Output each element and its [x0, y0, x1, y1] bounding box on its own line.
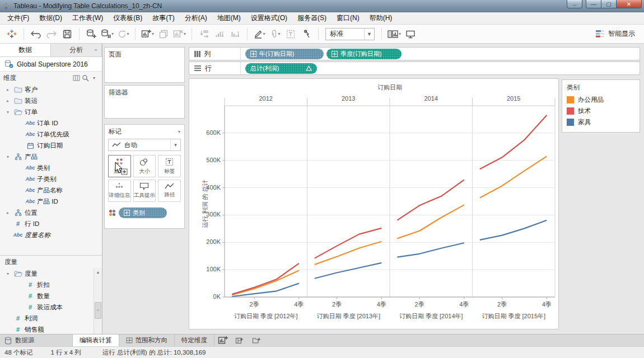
- filters-card[interactable]: 筛选器: [104, 85, 185, 119]
- new-worksheet-button[interactable]: ▾: [140, 27, 155, 41]
- sort-ascending-button[interactable]: [212, 27, 227, 41]
- measure-5[interactable]: # 销售额: [0, 324, 102, 334]
- measure-3[interactable]: # 装运成本: [0, 302, 102, 313]
- pages-card[interactable]: 页面: [104, 47, 185, 83]
- add-datasource-button[interactable]: [84, 27, 99, 41]
- tab-data[interactable]: 数据: [0, 44, 51, 56]
- dimension-8[interactable]: Abc 子类别: [0, 173, 102, 185]
- sheet-tab-1[interactable]: 范围和方向: [119, 335, 175, 346]
- menu-item-9[interactable]: 服务器(S): [292, 12, 332, 25]
- marks-button-path[interactable]: 路径: [158, 180, 181, 202]
- search-icon[interactable]: [81, 74, 90, 82]
- close-button[interactable]: ✕: [617, 0, 642, 8]
- dimension-0[interactable]: ▸ 客户: [0, 84, 102, 95]
- dimension-12[interactable]: # 行 ID: [0, 218, 102, 229]
- show-me-button[interactable]: 智能显示: [591, 27, 640, 40]
- measure-1[interactable]: # 折扣: [0, 279, 102, 290]
- measures-scrollbar[interactable]: ▲ ≡ ▼: [94, 268, 102, 334]
- compat-button[interactable]: ↔: [567, 0, 582, 8]
- marks-button-detail[interactable]: 详细信息: [108, 180, 131, 202]
- new-dashboard-button[interactable]: [231, 335, 248, 346]
- view-as-grid-icon[interactable]: [72, 74, 81, 82]
- series-家具-pane-3[interactable]: [480, 220, 547, 240]
- undo-button[interactable]: [29, 27, 43, 41]
- menu-item-5[interactable]: 故事(T): [147, 12, 179, 25]
- menu-item-6[interactable]: 分析(A): [180, 12, 212, 25]
- chevron-down-icon[interactable]: ▾: [184, 31, 186, 36]
- menu-item-1[interactable]: 文件(F): [2, 12, 34, 25]
- presentation-mode-button[interactable]: [403, 27, 418, 41]
- series-技术-pane-0[interactable]: [232, 263, 299, 294]
- expand-arrow-icon[interactable]: ▸: [4, 87, 11, 92]
- expand-arrow-icon[interactable]: ▸: [4, 210, 11, 215]
- chevron-down-icon[interactable]: ▾: [278, 31, 281, 36]
- group-members-button[interactable]: ▾: [268, 27, 282, 41]
- series-家具-pane-2[interactable]: [397, 243, 464, 257]
- dimension-6[interactable]: ▾ 产品: [0, 151, 102, 162]
- text-label-button[interactable]: [283, 27, 298, 41]
- series-办公用品-pane-3[interactable]: [480, 156, 547, 197]
- chevron-down-icon[interactable]: ▾: [263, 31, 265, 36]
- clear-sheet-button[interactable]: ▾: [172, 27, 187, 41]
- menu-item-4[interactable]: 仪表板(B): [108, 12, 147, 25]
- sort-descending-button[interactable]: [228, 27, 242, 41]
- pause-updates-button[interactable]: ▾: [100, 27, 115, 41]
- chevron-down-icon[interactable]: ▾: [111, 31, 114, 36]
- pill-季度(订购日期)[interactable]: 季度(订购日期): [326, 49, 402, 59]
- series-办公用品-pane-2[interactable]: [397, 205, 464, 238]
- pill-总计(利润)[interactable]: 总计(利润): [245, 63, 317, 74]
- maximize-button[interactable]: ▢: [601, 0, 617, 8]
- dimension-9[interactable]: Abc 产品名称: [0, 185, 102, 196]
- save-button[interactable]: [60, 27, 74, 41]
- expand-arrow-icon[interactable]: ▾: [4, 154, 11, 159]
- pill-年(订购日期)[interactable]: 年(订购日期): [245, 49, 324, 59]
- menu-item-11[interactable]: 帮助(H): [365, 12, 398, 25]
- menu-item-10[interactable]: 窗口(N): [332, 12, 365, 25]
- dimension-13[interactable]: Abc 度量名称: [0, 229, 102, 241]
- color-pill-category[interactable]: 类别: [119, 208, 167, 218]
- menu-item-8[interactable]: 设置格式(O): [246, 12, 292, 25]
- series-技术-pane-1[interactable]: [315, 228, 382, 258]
- dimension-2[interactable]: ▾ 订单: [0, 106, 102, 117]
- dimension-1[interactable]: ▸ 装运: [0, 95, 102, 106]
- dimension-11[interactable]: ▸ 位置: [0, 207, 102, 218]
- tableau-logo-button[interactable]: [4, 27, 19, 41]
- datasource-connection[interactable]: Global Superstore 2016: [0, 57, 102, 72]
- new-worksheet-button[interactable]: [214, 335, 231, 346]
- chevron-down-icon[interactable]: ▾: [152, 31, 154, 36]
- swap-axes-button[interactable]: [197, 27, 211, 41]
- measure-2[interactable]: # 数量: [0, 290, 102, 302]
- dimension-5[interactable]: 订购日期: [0, 140, 102, 151]
- expand-arrow-icon[interactable]: ▸: [4, 98, 11, 103]
- menu-item-7[interactable]: 地图(M): [212, 12, 246, 25]
- fit-selector[interactable]: 标准 ▼: [325, 28, 375, 40]
- rows-shelf[interactable]: 行 总计(利润): [189, 62, 640, 75]
- dimension-7[interactable]: Abc 类别: [0, 162, 102, 173]
- scroll-up-icon[interactable]: ▲: [94, 268, 102, 276]
- legend-item-2[interactable]: 家具: [562, 116, 640, 128]
- chevron-down-icon[interactable]: ▾: [90, 74, 99, 82]
- sheet-tab-2[interactable]: 特定维度: [175, 335, 214, 346]
- measure-4[interactable]: # 利润: [0, 313, 102, 324]
- marks-button-size[interactable]: 大小: [133, 155, 156, 177]
- fix-axes-button[interactable]: [299, 27, 314, 41]
- new-story-button[interactable]: [248, 335, 265, 346]
- menu-item-2[interactable]: 数据(D): [34, 12, 67, 25]
- mark-type-select[interactable]: 自动 ▾: [108, 139, 181, 151]
- show-cards-button[interactable]: ▾: [386, 27, 402, 41]
- marks-button-color[interactable]: 颜色: [108, 155, 131, 177]
- minimize-button[interactable]: —: [586, 0, 601, 8]
- marks-button-label[interactable]: 标签: [158, 155, 181, 177]
- redo-button[interactable]: [44, 27, 59, 41]
- refresh-button[interactable]: ▾: [116, 27, 130, 41]
- series-技术-pane-3[interactable]: [480, 115, 547, 169]
- chevron-down-icon[interactable]: ▾: [127, 31, 129, 36]
- legend-item-1[interactable]: 技术: [562, 105, 640, 116]
- measure-0[interactable]: ▾ 度量: [0, 268, 102, 279]
- highlight-button[interactable]: ▾: [252, 27, 267, 41]
- chevron-down-icon[interactable]: ▾: [399, 31, 401, 36]
- series-技术-pane-2[interactable]: [397, 180, 464, 220]
- legend-item-0[interactable]: 办公用品: [562, 94, 640, 105]
- duplicate-button[interactable]: [156, 27, 171, 41]
- scrollbar-thumb[interactable]: ≡: [95, 302, 101, 319]
